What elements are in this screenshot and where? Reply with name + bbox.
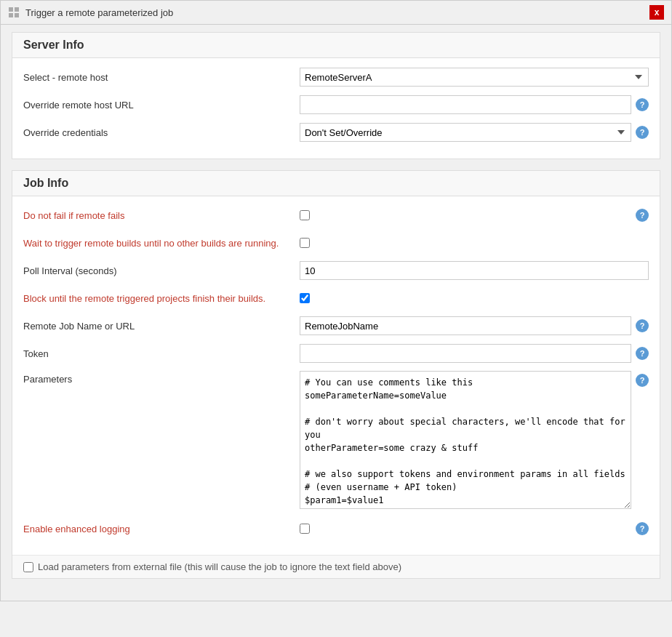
token-help-icon[interactable]: ? xyxy=(636,347,649,360)
server-info-body: Select - remote host RemoteServerA Remot… xyxy=(12,58,660,159)
remote-host-select[interactable]: RemoteServerA RemoteServerB xyxy=(300,68,649,87)
override-credentials-row: Override credentials Don't Set/Override … xyxy=(23,122,649,143)
parameters-label: Parameters xyxy=(23,371,300,385)
content-area: Server Info Select - remote host RemoteS… xyxy=(1,25,671,601)
block-until-row: Block until the remote triggered project… xyxy=(23,288,649,308)
remote-job-name-row: Remote Job Name or URL ? xyxy=(23,316,649,336)
parameters-textarea-wrap: # You can use comments like this somePar… xyxy=(300,371,631,511)
parameters-control: # You can use comments like this somePar… xyxy=(300,371,649,511)
window-icon xyxy=(8,7,20,18)
do-not-fail-checkbox[interactable] xyxy=(300,210,310,220)
wait-trigger-control xyxy=(300,238,649,248)
window-title: Trigger a remote parameterized job xyxy=(25,7,173,18)
svg-rect-2 xyxy=(9,13,13,17)
load-from-file-label: Load parameters from external file (this… xyxy=(38,561,401,572)
title-bar: Trigger a remote parameterized job x xyxy=(1,1,671,25)
token-control: ? xyxy=(300,344,649,363)
do-not-fail-row: Do not fail if remote fails ? xyxy=(23,205,649,225)
override-url-help-icon[interactable]: ? xyxy=(636,98,649,111)
enable-logging-label: Enable enhanced logging xyxy=(23,524,300,534)
enable-logging-control: ? xyxy=(300,522,649,535)
do-not-fail-help-icon[interactable]: ? xyxy=(636,209,649,222)
do-not-fail-label: Do not fail if remote fails xyxy=(23,210,300,221)
override-credentials-control: Don't Set/Override Other ? xyxy=(300,123,649,142)
poll-interval-label: Poll Interval (seconds) xyxy=(23,265,300,276)
load-from-file-checkbox[interactable] xyxy=(23,562,33,572)
parameters-help-icon[interactable]: ? xyxy=(636,374,649,387)
wait-trigger-label: Wait to trigger remote builds until no o… xyxy=(23,238,300,249)
parameters-row: Parameters # You can use comments like t… xyxy=(23,371,649,511)
override-credentials-help-icon[interactable]: ? xyxy=(636,126,649,139)
remote-job-name-input[interactable] xyxy=(300,316,631,335)
wait-trigger-row: Wait to trigger remote builds until no o… xyxy=(23,233,649,253)
block-until-label: Block until the remote triggered project… xyxy=(23,293,300,304)
svg-rect-0 xyxy=(9,7,13,12)
main-window: Trigger a remote parameterized job x Ser… xyxy=(0,0,672,601)
token-input[interactable] xyxy=(300,344,631,363)
enable-logging-help-icon[interactable]: ? xyxy=(636,522,649,535)
job-info-header: Job Info xyxy=(12,171,660,196)
enable-logging-row: Enable enhanced logging ? xyxy=(23,518,649,539)
override-credentials-select[interactable]: Don't Set/Override Other xyxy=(300,123,631,142)
enable-logging-checkbox[interactable] xyxy=(300,524,310,534)
server-info-header: Server Info xyxy=(12,33,660,58)
remote-job-name-label: Remote Job Name or URL xyxy=(23,321,300,332)
job-info-section: Job Info Do not fail if remote fails ? W… xyxy=(12,170,660,579)
override-url-input[interactable] xyxy=(300,95,631,114)
poll-interval-control xyxy=(300,261,649,280)
remote-host-control: RemoteServerA RemoteServerB xyxy=(300,68,649,87)
poll-interval-row: Poll Interval (seconds) xyxy=(23,260,649,281)
remote-job-name-control: ? xyxy=(300,316,649,335)
poll-interval-input[interactable] xyxy=(300,261,649,280)
wait-trigger-checkbox[interactable] xyxy=(300,238,310,248)
override-url-label: Override remote host URL xyxy=(23,100,300,111)
remote-host-label: Select - remote host xyxy=(23,72,300,83)
svg-rect-3 xyxy=(15,13,19,17)
override-url-control: ? xyxy=(300,95,649,114)
title-bar-left: Trigger a remote parameterized job xyxy=(8,7,173,18)
footer-row: Load parameters from external file (this… xyxy=(12,555,660,578)
server-info-title: Server Info xyxy=(23,39,84,51)
block-until-checkbox[interactable] xyxy=(300,293,310,303)
override-credentials-label: Override credentials xyxy=(23,127,300,138)
job-info-title: Job Info xyxy=(23,177,68,189)
svg-rect-1 xyxy=(15,7,19,12)
remote-job-name-help-icon[interactable]: ? xyxy=(636,319,649,332)
token-row: Token ? xyxy=(23,343,649,364)
close-button[interactable]: x xyxy=(649,5,664,20)
token-label: Token xyxy=(23,348,300,359)
override-url-row: Override remote host URL ? xyxy=(23,95,649,115)
job-info-body: Do not fail if remote fails ? Wait to tr… xyxy=(12,196,660,555)
server-info-section: Server Info Select - remote host RemoteS… xyxy=(12,32,660,159)
block-until-control xyxy=(300,293,649,303)
do-not-fail-control: ? xyxy=(300,209,649,222)
remote-host-row: Select - remote host RemoteServerA Remot… xyxy=(23,67,649,87)
parameters-textarea[interactable]: # You can use comments like this somePar… xyxy=(300,371,631,509)
